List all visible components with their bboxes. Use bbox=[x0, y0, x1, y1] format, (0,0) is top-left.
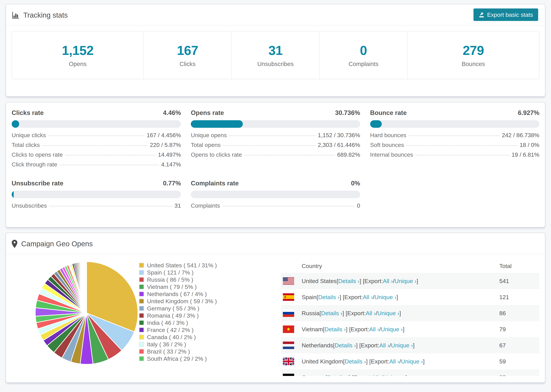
legend-swatch bbox=[139, 299, 144, 304]
country-cell: Netherlands [Details ›] [Export: All › /… bbox=[281, 342, 499, 349]
page-title: Tracking stats bbox=[23, 11, 68, 19]
rate-detail-value: 167 / 4.456% bbox=[147, 132, 181, 139]
rate-detail-label: Unique opens bbox=[191, 132, 227, 139]
bracket: / bbox=[393, 278, 395, 284]
summary-box-unsubscribes: 31Unsubscribes bbox=[231, 31, 319, 79]
geo-content: United States ( 541 / 31% )Spain ( 121 /… bbox=[6, 254, 545, 382]
rate-rows: Unique clicks167 / 4.456%Total clicks220… bbox=[12, 132, 181, 171]
rate-detail-value: 1,152 / 30.736% bbox=[318, 132, 360, 139]
rate-detail-row: Unsubscribes31 bbox=[12, 202, 181, 212]
rates-card: Clicks rate4.46%Unique clicks167 / 4.456… bbox=[6, 102, 545, 227]
country-total: 86 bbox=[499, 305, 539, 321]
geo-opens-table: CountryTotal United States [Details ›] [… bbox=[281, 259, 539, 376]
rate-detail-row: Internal bounces19 / 6.81% bbox=[370, 151, 539, 161]
export-unique-link[interactable]: Unique › bbox=[395, 278, 417, 284]
country-cell: Vietnam [Details ›] [Export: All › / Uni… bbox=[281, 325, 499, 333]
rate-head: Bounce rate6.927% bbox=[370, 109, 539, 117]
table-header-total: Total bbox=[499, 259, 539, 273]
summary-value: 31 bbox=[268, 43, 283, 58]
dotted-leader bbox=[416, 155, 509, 155]
bracket: / bbox=[399, 358, 401, 365]
export-all-link[interactable]: All › bbox=[389, 358, 399, 365]
legend-label: Vietnam ( 79 / 5% ) bbox=[147, 284, 197, 290]
bracket: ] [Export: bbox=[346, 326, 369, 333]
rate-detail-label: Opens to clicks rate bbox=[191, 151, 242, 158]
details-link[interactable]: Details › bbox=[321, 310, 342, 317]
country-cell-wrap: Vietnam [Details ›] [Export: All › / Uni… bbox=[281, 321, 499, 337]
country-name: Vietnam bbox=[302, 326, 323, 333]
rate-value: 0% bbox=[351, 180, 360, 187]
rate-detail-label: Unsubscribes bbox=[12, 202, 47, 209]
dotted-leader bbox=[48, 135, 144, 136]
rate-detail-value: 14.497% bbox=[158, 151, 181, 158]
export-basic-stats-button[interactable]: Export basic stats bbox=[473, 8, 538, 21]
dotted-leader bbox=[223, 145, 315, 146]
rate-block-bounce-rate: Bounce rate6.927%Hard bounces242 / 86.73… bbox=[370, 109, 539, 171]
rate-title: Complaints rate bbox=[191, 180, 239, 187]
campaign-geo-opens-card: Campaign Geo Opens United States ( 541 /… bbox=[6, 233, 545, 383]
bracket: [ bbox=[319, 310, 321, 317]
geo-table-row-de: Germany [Details ›] [Export: All › / Uni… bbox=[281, 369, 539, 376]
rate-detail-label: Clicks to opens rate bbox=[12, 151, 63, 158]
export-all-link[interactable]: All › bbox=[369, 326, 379, 333]
country-total: 59 bbox=[499, 353, 539, 369]
rates-grid: Clicks rate4.46%Unique clicks167 / 4.456… bbox=[12, 109, 539, 212]
rate-detail-label: Hard bounces bbox=[370, 132, 406, 139]
table-header-country: Country bbox=[281, 259, 499, 273]
export-unique-link[interactable]: Unique › bbox=[391, 342, 413, 349]
bracket: ] bbox=[423, 358, 424, 365]
country-cell-wrap: Russia [Details ›] [Export: All › / Uniq… bbox=[281, 305, 499, 321]
export-unique-link[interactable]: Unique › bbox=[401, 358, 423, 365]
rate-detail-label: Unique clicks bbox=[12, 132, 46, 139]
export-all-link[interactable]: All › bbox=[383, 278, 393, 284]
summary-value: 279 bbox=[463, 43, 484, 58]
dotted-leader bbox=[42, 145, 147, 146]
rate-progress-fill bbox=[370, 120, 382, 128]
rate-progress-fill bbox=[191, 120, 243, 128]
rate-detail-label: Total clicks bbox=[12, 142, 40, 148]
export-all-link[interactable]: All › bbox=[366, 310, 376, 317]
country-cell: Russia [Details ›] [Export: All › / Uniq… bbox=[281, 309, 499, 317]
country-cell-wrap: United Kingdom [Details ›] [Export: All … bbox=[281, 353, 499, 369]
details-link[interactable]: Details › bbox=[345, 358, 366, 365]
geo-table-wrap: CountryTotal United States [Details ›] [… bbox=[281, 259, 539, 376]
rate-detail-value: 4.147% bbox=[161, 161, 181, 168]
tracking-stats-card: Tracking stats Export basic stats 1,152O… bbox=[6, 4, 545, 97]
summary-label: Clicks bbox=[179, 61, 195, 67]
export-all-link[interactable]: All › bbox=[372, 374, 382, 376]
dotted-leader bbox=[60, 165, 159, 165]
legend-label: Spain ( 121 / 7% ) bbox=[147, 269, 194, 276]
rate-detail-label: Total opens bbox=[191, 142, 221, 148]
country-cell: Germany [Details ›] [Export: All › / Uni… bbox=[281, 374, 499, 376]
rate-block-opens-rate: Opens rate30.736%Unique opens1,152 / 30.… bbox=[191, 109, 360, 171]
legend-item-vietnam: Vietnam ( 79 / 5% ) bbox=[139, 283, 263, 290]
export-unique-link[interactable]: Unique › bbox=[383, 374, 406, 376]
export-unique-link[interactable]: Unique › bbox=[381, 326, 403, 333]
bracket: [ bbox=[323, 326, 325, 333]
export-unique-link[interactable]: Unique › bbox=[377, 310, 399, 317]
details-link[interactable]: Details › bbox=[335, 342, 356, 349]
rate-detail-row: Total opens2,303 / 61.446% bbox=[191, 142, 360, 151]
rate-detail-value: 18 / 0% bbox=[520, 142, 539, 148]
legend-label: Italy ( 36 / 2% ) bbox=[147, 341, 186, 348]
details-link[interactable]: Details › bbox=[338, 278, 360, 284]
map-pin-icon bbox=[12, 240, 17, 248]
pie-slice-other bbox=[86, 262, 87, 313]
country-cell: United Kingdom [Details ›] [Export: All … bbox=[281, 358, 499, 365]
details-link[interactable]: Details › bbox=[327, 374, 349, 376]
country-name: Netherlands bbox=[302, 342, 333, 349]
rate-detail-label: Soft bounces bbox=[370, 142, 404, 148]
tracking-stats-header: Tracking stats Export basic stats bbox=[6, 4, 545, 26]
details-link[interactable]: Details › bbox=[325, 326, 346, 333]
us-flag-icon bbox=[283, 277, 294, 285]
export-all-link[interactable]: All › bbox=[363, 294, 373, 301]
rate-title: Unsubscribe rate bbox=[12, 180, 63, 187]
country-cell-wrap: United States [Details ›] [Export: All ›… bbox=[281, 273, 499, 289]
details-link[interactable]: Details › bbox=[318, 294, 339, 301]
rate-detail-row: Hard bounces242 / 86.738% bbox=[370, 132, 539, 142]
rate-value: 6.927% bbox=[518, 109, 539, 117]
rate-detail-label: Click through rate bbox=[12, 161, 57, 168]
export-all-link[interactable]: All › bbox=[379, 342, 389, 349]
summary-label: Opens bbox=[69, 61, 86, 67]
export-unique-link[interactable]: Unique › bbox=[374, 294, 396, 301]
